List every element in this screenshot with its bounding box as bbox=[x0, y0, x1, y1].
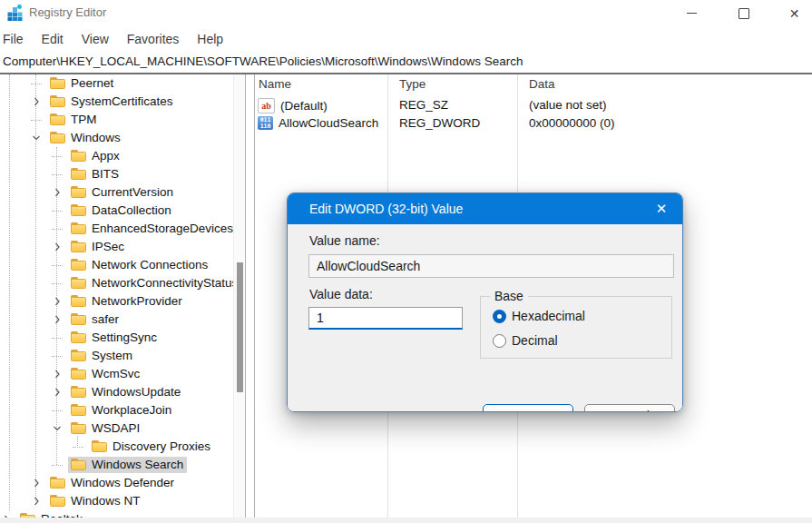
tree-item-networkprovider[interactable]: NetworkProvider bbox=[0, 292, 186, 311]
tree-item-windows-nt[interactable]: Windows NT bbox=[0, 492, 144, 510]
tree-item-peernet[interactable]: Peernet bbox=[0, 74, 117, 93]
tree-node[interactable]: CurrentVersion bbox=[68, 184, 177, 201]
folder-icon bbox=[71, 241, 86, 253]
tree-connector-stub bbox=[51, 168, 63, 181]
tree-item-label: SettingSync bbox=[92, 331, 157, 344]
tree-node[interactable]: WcmSvc bbox=[68, 366, 143, 382]
tree-item-datacollection[interactable]: DataCollection bbox=[0, 202, 175, 220]
tree-node[interactable]: Network Connections bbox=[68, 257, 211, 273]
tree-item-label: Discovery Proxies bbox=[113, 439, 210, 453]
tree-item-enhancedstoragedevices[interactable]: EnhancedStorageDevices bbox=[0, 220, 233, 238]
tree-node[interactable]: NetworkConnectivityStatusIndicator bbox=[68, 275, 233, 291]
value-data-input[interactable]: 1 bbox=[308, 307, 463, 330]
close-button[interactable]: ✕ bbox=[777, 0, 812, 26]
tree-item-windows-search[interactable]: Windows Search bbox=[0, 456, 187, 474]
hexadecimal-radio[interactable]: Hexadecimal bbox=[493, 309, 585, 323]
tree-item-settingsync[interactable]: SettingSync bbox=[0, 329, 161, 347]
tree-item-bits[interactable]: BITS bbox=[0, 165, 122, 183]
column-header-data[interactable]: Data bbox=[529, 77, 555, 91]
tree-expander-collapsed-icon[interactable] bbox=[30, 477, 42, 489]
menu-favorites[interactable]: Favorites bbox=[118, 32, 189, 46]
tree-expander-expanded-icon[interactable] bbox=[51, 422, 63, 435]
tree-expander-collapsed-icon[interactable] bbox=[51, 368, 63, 380]
tree-item-windowsupdate[interactable]: WindowsUpdate bbox=[0, 383, 184, 401]
tree-node[interactable]: WindowsUpdate bbox=[68, 384, 184, 400]
menu-file[interactable]: File bbox=[0, 32, 33, 46]
tree-expander-collapsed-icon[interactable] bbox=[30, 95, 42, 108]
tree-scrollbar-thumb[interactable] bbox=[237, 262, 243, 392]
maximize-button[interactable] bbox=[724, 0, 764, 26]
tree-expander-collapsed-icon[interactable] bbox=[51, 313, 63, 326]
tree-node[interactable]: Windows Search bbox=[68, 457, 187, 473]
column-header-type[interactable]: Type bbox=[399, 77, 426, 91]
tree-node[interactable]: NetworkProvider bbox=[68, 293, 186, 310]
registry-editor-app-icon bbox=[7, 5, 24, 21]
column-header-name[interactable]: Name bbox=[259, 77, 291, 91]
tree-scrollbar[interactable] bbox=[233, 74, 246, 523]
tree-connector-stub bbox=[51, 150, 63, 163]
cancel-button[interactable]: Cancel bbox=[584, 404, 675, 412]
tree-item-network-connections[interactable]: Network Connections bbox=[0, 256, 211, 274]
tree-item-networkconnectivitystatusindicator[interactable]: NetworkConnectivityStatusIndicator bbox=[0, 274, 233, 292]
tree-node[interactable]: BITS bbox=[68, 166, 122, 183]
tree-item-wsdapi[interactable]: WSDAPI bbox=[0, 419, 143, 438]
value-row-allowcloudsearch[interactable]: 011110AllowCloudSearchREG_DWORD0x0000000… bbox=[255, 114, 812, 133]
folder-icon bbox=[71, 350, 86, 362]
decimal-radio[interactable]: Decimal bbox=[493, 333, 558, 348]
value-name-field[interactable]: AllowCloudSearch bbox=[308, 254, 674, 278]
tree-node[interactable]: SettingSync bbox=[68, 330, 161, 346]
tree-item-label: IPSec bbox=[92, 240, 124, 253]
tree-item-safer[interactable]: safer bbox=[0, 311, 122, 329]
tree-item-tpm[interactable]: TPM bbox=[0, 111, 101, 129]
tree-expander-collapsed-icon[interactable] bbox=[51, 241, 63, 253]
tree-connector-stub bbox=[51, 222, 63, 235]
tree-item-ipsec[interactable]: IPSec bbox=[0, 238, 128, 256]
menu-help[interactable]: Help bbox=[188, 32, 232, 46]
tree-expander-collapsed-icon[interactable] bbox=[51, 295, 63, 308]
tree-node[interactable]: IPSec bbox=[68, 239, 128, 255]
tree-connector-stub bbox=[72, 440, 83, 453]
tree-item-label: Windows bbox=[71, 131, 121, 144]
tree-node[interactable]: EnhancedStorageDevices bbox=[68, 221, 233, 237]
pane-splitter[interactable] bbox=[245, 74, 246, 523]
tree-node[interactable]: safer bbox=[68, 311, 122, 328]
tree-node[interactable]: Windows Defender bbox=[47, 475, 178, 491]
address-bar[interactable]: Computer\HKEY_LOCAL_MACHINE\SOFTWARE\Pol… bbox=[0, 52, 812, 73]
tree-node[interactable]: Windows bbox=[47, 130, 124, 146]
tree-node[interactable]: TPM bbox=[47, 112, 101, 128]
tree-node[interactable]: System bbox=[68, 348, 136, 364]
tree-node[interactable]: DataCollection bbox=[68, 202, 175, 219]
dialog-title-bar: Edit DWORD (32-bit) Value ✕ bbox=[288, 193, 682, 224]
tree-expander-collapsed-icon[interactable] bbox=[30, 495, 42, 508]
ok-button[interactable]: OK bbox=[483, 404, 573, 412]
dialog-close-icon[interactable]: ✕ bbox=[652, 200, 670, 218]
tree-node[interactable]: WSDAPI bbox=[68, 420, 143, 437]
tree-item-windows[interactable]: Windows bbox=[0, 129, 124, 147]
tree-item-appx[interactable]: Appx bbox=[0, 147, 123, 165]
tree-expander-expanded-icon[interactable] bbox=[30, 132, 42, 144]
tree-node[interactable]: Windows NT bbox=[47, 493, 144, 509]
value-row-default[interactable]: ab(Default)REG_SZ(value not set) bbox=[255, 96, 812, 114]
tree-item-discovery-proxies[interactable]: Discovery Proxies bbox=[0, 438, 214, 456]
minimize-button[interactable] bbox=[671, 0, 711, 26]
tree-item-workplacejoin[interactable]: WorkplaceJoin bbox=[0, 401, 175, 419]
menu-edit[interactable]: Edit bbox=[33, 32, 73, 46]
value-type: REG_SZ bbox=[399, 98, 448, 112]
tree-node[interactable]: Discovery Proxies bbox=[89, 439, 214, 455]
tree-expander-collapsed-icon[interactable] bbox=[51, 186, 63, 199]
tree-item-currentversion[interactable]: CurrentVersion bbox=[0, 183, 177, 202]
folder-icon bbox=[50, 495, 65, 508]
tree-expander-collapsed-icon[interactable] bbox=[51, 386, 63, 399]
tree-item-system[interactable]: System bbox=[0, 347, 136, 365]
tree-item-systemcertificates[interactable]: SystemCertificates bbox=[0, 93, 177, 111]
tree-item-windows-defender[interactable]: Windows Defender bbox=[0, 474, 178, 492]
tree-node[interactable]: WorkplaceJoin bbox=[68, 402, 175, 419]
tree-node[interactable]: Peernet bbox=[47, 75, 117, 92]
tree-node[interactable]: SystemCertificates bbox=[47, 94, 177, 110]
dialog-title: Edit DWORD (32-bit) Value bbox=[309, 202, 463, 216]
menu-view[interactable]: View bbox=[73, 32, 118, 46]
value-name-label: Value name: bbox=[309, 233, 380, 248]
tree-item-wcmsvc[interactable]: WcmSvc bbox=[0, 365, 143, 383]
tree-item-label: safer bbox=[92, 312, 119, 326]
tree-node[interactable]: Appx bbox=[68, 148, 123, 164]
